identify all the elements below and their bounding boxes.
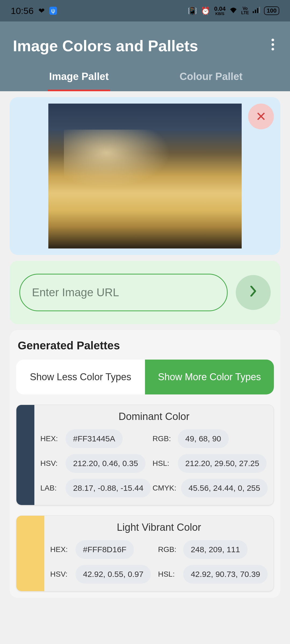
cmyk-value[interactable]: 45.56, 24.44, 0, 255	[181, 479, 268, 497]
hsv-row: HSV: 212.20, 0.46, 0.35	[40, 454, 151, 473]
vibrate-icon: 📳	[188, 6, 197, 15]
heart-icon: ❤	[38, 6, 45, 15]
status-right: 📳 ⏰ 0.04 KB/S VoLTE 100	[188, 6, 279, 16]
alarm-icon: ⏰	[201, 6, 210, 15]
lab-row: LAB: 28.17, -0.88, -15.44	[40, 479, 151, 497]
svg-rect-3	[259, 7, 260, 13]
svg-point-5	[271, 43, 274, 46]
clock: 10:56	[11, 6, 34, 16]
lab-label: LAB:	[40, 484, 62, 492]
tab-image-pallet[interactable]: Image Pallet	[13, 62, 145, 91]
volte-icon: VoLTE	[241, 6, 249, 15]
hsv-value[interactable]: 212.20, 0.46, 0.35	[66, 454, 146, 473]
preview-image[interactable]	[48, 104, 242, 248]
hsv-row: HSV: 42.92, 0.55, 0.97	[50, 565, 156, 584]
color-types-toggle: Show Less Color Types Show More Color Ty…	[16, 360, 274, 394]
dominant-color-card: Dominant Color HEX: #FF31445A RGB: 49, 6…	[16, 405, 274, 505]
status-left: 10:56 ❤ ψ	[11, 6, 57, 16]
hsl-label: HSL:	[158, 570, 179, 579]
rgb-label: RGB:	[158, 545, 179, 554]
close-icon: ✕	[256, 109, 266, 124]
chevron-right-icon	[249, 286, 257, 299]
color-swatch-light-vibrant[interactable]	[16, 516, 44, 591]
hex-label: HEX:	[50, 545, 72, 554]
hex-value[interactable]: #FFF8D16F	[75, 540, 134, 559]
content-area: ✕ Generated Palettes Show Less Color Typ…	[0, 91, 290, 604]
usb-icon: ψ	[49, 7, 57, 15]
url-input-card	[10, 261, 280, 324]
tab-bar: Image Pallet Colour Pallet	[13, 62, 277, 91]
generated-palettes-section: Generated Palettes Show Less Color Types…	[10, 330, 280, 598]
hsl-value[interactable]: 42.92, 90.73, 70.39	[183, 565, 268, 584]
network-speed: 0.04 KB/S	[214, 6, 226, 16]
remove-image-button[interactable]: ✕	[248, 104, 274, 129]
cmyk-row: CMYK: 45.56, 24.44, 0, 255	[153, 479, 268, 497]
hsl-row: HSL: 212.20, 29.50, 27.25	[153, 454, 268, 473]
rgb-value[interactable]: 49, 68, 90	[178, 429, 229, 448]
show-less-button[interactable]: Show Less Color Types	[16, 360, 145, 394]
svg-point-4	[271, 39, 274, 41]
svg-rect-1	[255, 10, 256, 13]
hsv-label: HSV:	[50, 570, 72, 579]
wifi-icon	[229, 6, 237, 15]
color-swatch-dominant[interactable]	[16, 405, 34, 505]
battery-icon: 100	[264, 6, 279, 15]
status-bar: 10:56 ❤ ψ 📳 ⏰ 0.04 KB/S VoLTE 100	[0, 0, 290, 21]
hsl-value[interactable]: 212.20, 29.50, 27.25	[178, 454, 267, 473]
svg-rect-2	[257, 8, 259, 13]
app-bar: Image Colors and Pallets Image Pallet Co…	[0, 21, 290, 91]
rgb-row: RGB: 248, 209, 111	[158, 540, 268, 559]
image-preview-card: ✕	[10, 97, 280, 255]
light-vibrant-color-card: Light Vibrant Color HEX: #FFF8D16F RGB: …	[16, 515, 274, 591]
hsv-value[interactable]: 42.92, 0.55, 0.97	[75, 565, 151, 584]
cmyk-label: CMYK:	[153, 484, 177, 492]
svg-point-6	[271, 48, 274, 50]
signal-icon	[253, 6, 260, 15]
rgb-label: RGB:	[153, 434, 174, 443]
hex-row: HEX: #FF31445A	[40, 429, 151, 448]
hex-value[interactable]: #FF31445A	[66, 429, 123, 448]
color-card-title: Light Vibrant Color	[50, 522, 268, 533]
rgb-row: RGB: 49, 68, 90	[153, 429, 268, 448]
rgb-value[interactable]: 248, 209, 111	[183, 540, 248, 559]
more-options-button[interactable]	[269, 36, 277, 55]
hsl-label: HSL:	[153, 459, 174, 468]
hsl-row: HSL: 42.92, 90.73, 70.39	[158, 565, 268, 584]
tab-colour-pallet[interactable]: Colour Pallet	[145, 62, 277, 91]
svg-rect-0	[253, 11, 254, 13]
hsv-label: HSV:	[40, 459, 62, 468]
hex-label: HEX:	[40, 434, 62, 443]
image-url-input[interactable]	[19, 274, 228, 311]
show-more-button[interactable]: Show More Color Types	[145, 360, 274, 394]
page-title: Image Colors and Pallets	[13, 37, 198, 55]
lab-value[interactable]: 28.17, -0.88, -15.44	[66, 479, 151, 497]
hex-row: HEX: #FFF8D16F	[50, 540, 156, 559]
submit-url-button[interactable]	[236, 275, 271, 310]
color-card-title: Dominant Color	[40, 411, 268, 422]
section-title: Generated Palettes	[16, 339, 274, 352]
